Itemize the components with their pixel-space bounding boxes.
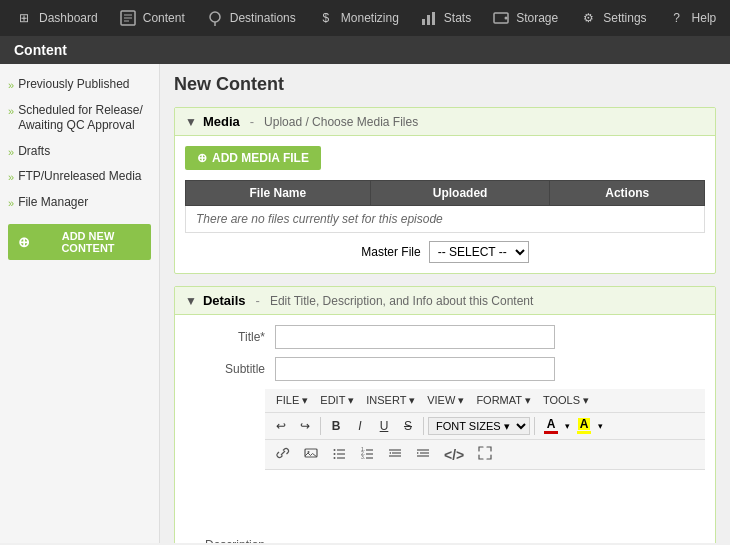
sidebar-drafts-label: Drafts: [18, 144, 50, 160]
monetizing-icon: $: [316, 8, 336, 28]
details-section-panel: ▼ Details - Edit Title, Description, and…: [174, 286, 716, 543]
title-input[interactable]: [275, 325, 555, 349]
rte-outdent-button[interactable]: [382, 443, 408, 466]
rte-toolbar-2: 1.2.3. </>: [265, 440, 705, 470]
nav-monetizing[interactable]: $ Monetizing: [306, 0, 409, 36]
svg-text:3.: 3.: [361, 454, 365, 460]
nav-storage-label: Storage: [516, 11, 558, 25]
media-section-body: ⊕ ADD MEDIA FILE File Name Uploaded Acti…: [175, 136, 715, 273]
rte-color-dropdown-arrow[interactable]: ▾: [565, 421, 570, 431]
file-table: File Name Uploaded Actions There are no …: [185, 180, 705, 233]
media-toggle-icon[interactable]: ▼: [185, 115, 197, 129]
master-file-select[interactable]: -- SELECT --: [429, 241, 529, 263]
rte-view-menu[interactable]: VIEW ▾: [421, 392, 470, 409]
subtitle-input[interactable]: [275, 357, 555, 381]
sidebar-item-file-manager[interactable]: » File Manager: [0, 190, 159, 216]
rich-text-editor: FILE ▾ EDIT ▾ INSERT ▾ VIEW ▾ FORMAT ▾ T…: [265, 389, 705, 530]
rte-ordered-list-button[interactable]: 1.2.3.: [354, 443, 380, 466]
nav-dashboard[interactable]: ⊞ Dashboard: [4, 0, 108, 36]
rte-menubar: FILE ▾ EDIT ▾ INSERT ▾ VIEW ▾ FORMAT ▾ T…: [265, 389, 705, 413]
svg-point-13: [334, 457, 336, 459]
sidebar-file-manager-label: File Manager: [18, 195, 88, 211]
rte-bg-color-button[interactable]: A: [572, 416, 596, 436]
plus-icon: ⊕: [18, 234, 30, 250]
nav-settings[interactable]: ⚙ Settings: [568, 0, 656, 36]
rte-italic-button[interactable]: I: [349, 416, 371, 436]
uploaded-column-header: Uploaded: [370, 181, 550, 206]
rte-insert-menu[interactable]: INSERT ▾: [360, 392, 421, 409]
rte-bold-button[interactable]: B: [325, 416, 347, 436]
sidebar-item-ftp[interactable]: » FTP/Unreleased Media: [0, 164, 159, 190]
rte-toolbar-1: ↩ ↪ B I U S FONT SIZES ▾: [265, 413, 705, 440]
rte-bg-color-dropdown-arrow[interactable]: ▾: [598, 421, 603, 431]
page-title: New Content: [174, 74, 716, 95]
nav-monetizing-label: Monetizing: [341, 11, 399, 25]
nav-help[interactable]: ? Help: [657, 0, 727, 36]
rte-fullscreen-button[interactable]: [472, 443, 498, 466]
help-icon: ?: [667, 8, 687, 28]
sidebar-previously-published-label: Previously Published: [18, 77, 129, 93]
rte-undo-button[interactable]: ↩: [270, 416, 292, 436]
chevron-right-icon: »: [8, 196, 14, 210]
main-layout: » Previously Published » Scheduled for R…: [0, 64, 730, 543]
rte-editor-body[interactable]: [265, 470, 705, 530]
sidebar-item-previously-published[interactable]: » Previously Published: [0, 72, 159, 98]
rte-bullet-list-button[interactable]: [326, 443, 352, 466]
rte-text-color-button[interactable]: A: [539, 416, 563, 436]
sidebar-item-scheduled[interactable]: » Scheduled for Release/ Awaiting QC App…: [0, 98, 159, 139]
nav-help-label: Help: [692, 11, 717, 25]
subtitle-field-row: Subtitle: [185, 357, 705, 381]
rte-format-menu[interactable]: FORMAT ▾: [470, 392, 536, 409]
chevron-right-icon: »: [8, 145, 14, 159]
nav-settings-label: Settings: [603, 11, 646, 25]
details-section-header: ▼ Details - Edit Title, Description, and…: [175, 287, 715, 315]
media-section-title: Media: [203, 114, 240, 129]
description-label-row: Description: [185, 532, 705, 543]
plus-circle-icon: ⊕: [197, 151, 207, 165]
nav-storage[interactable]: Storage: [481, 0, 568, 36]
rte-strikethrough-button[interactable]: S: [397, 416, 419, 436]
svg-rect-3: [427, 15, 430, 25]
media-section-header: ▼ Media - Upload / Choose Media Files: [175, 108, 715, 136]
add-media-file-button[interactable]: ⊕ ADD MEDIA FILE: [185, 146, 321, 170]
sidebar-item-drafts[interactable]: » Drafts: [0, 139, 159, 165]
nav-destinations-label: Destinations: [230, 11, 296, 25]
content-header-label: Content: [14, 42, 67, 58]
actions-column-header: Actions: [550, 181, 705, 206]
media-section-panel: ▼ Media - Upload / Choose Media Files ⊕ …: [174, 107, 716, 274]
details-title-separator: -: [256, 293, 260, 308]
nav-stats-label: Stats: [444, 11, 471, 25]
chevron-right-icon: »: [8, 104, 14, 118]
rte-image-button[interactable]: [298, 443, 324, 466]
content-header-bar: Content: [0, 36, 730, 64]
details-toggle-icon[interactable]: ▼: [185, 294, 197, 308]
add-new-content-label: ADD NEW CONTENT: [35, 230, 141, 254]
nav-stats[interactable]: Stats: [409, 0, 481, 36]
rte-indent-button[interactable]: [410, 443, 436, 466]
svg-point-11: [334, 453, 336, 455]
rte-edit-menu[interactable]: EDIT ▾: [314, 392, 360, 409]
media-section-subtitle: Upload / Choose Media Files: [264, 115, 418, 129]
master-file-label: Master File: [361, 245, 420, 259]
file-table-header-row: File Name Uploaded Actions: [186, 181, 705, 206]
text-color-letter: A: [547, 418, 556, 430]
rte-font-sizes-select[interactable]: FONT SIZES ▾: [428, 417, 530, 435]
rte-underline-button[interactable]: U: [373, 416, 395, 436]
svg-point-6: [505, 17, 508, 20]
rte-blockquote-button[interactable]: </>: [438, 444, 470, 466]
rte-link-button[interactable]: [270, 443, 296, 466]
rte-redo-button[interactable]: ↪: [294, 416, 316, 436]
no-files-row: There are no files currently set for thi…: [186, 206, 705, 233]
nav-destinations[interactable]: Destinations: [195, 0, 306, 36]
nav-content[interactable]: Content: [108, 0, 195, 36]
bg-color-letter: A: [578, 418, 591, 430]
rte-file-menu[interactable]: FILE ▾: [270, 392, 314, 409]
add-new-content-button[interactable]: ⊕ ADD NEW CONTENT: [8, 224, 151, 260]
nav-content-label: Content: [143, 11, 185, 25]
storage-icon: [491, 8, 511, 28]
rte-tools-menu[interactable]: TOOLS ▾: [537, 392, 595, 409]
master-file-row: Master File -- SELECT --: [185, 241, 705, 263]
description-row: FILE ▾ EDIT ▾ INSERT ▾ VIEW ▾ FORMAT ▾ T…: [185, 389, 705, 530]
subtitle-label: Subtitle: [185, 362, 265, 376]
media-title-separator: -: [250, 114, 254, 129]
